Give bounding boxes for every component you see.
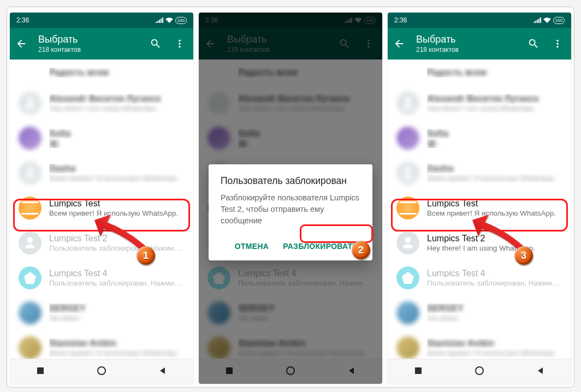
avatar: [396, 301, 419, 324]
list-item[interactable]: Lumpics Test 4Пользователь заблокирован.…: [388, 260, 571, 295]
signal-icon: [533, 17, 541, 23]
avatar: [396, 127, 419, 150]
list-item[interactable]: Alexandr Веситок ЛуганскHey there! I am …: [10, 86, 193, 121]
list-item[interactable]: Sofia🔴: [10, 121, 193, 156]
avatar: [19, 336, 42, 359]
contacts-list[interactable]: Радость всем Alexandr Веситок ЛуганскHey…: [10, 60, 193, 359]
list-item[interactable]: Lumpics Test 4Пользователь заблокирован.…: [10, 260, 193, 295]
avatar: [19, 266, 42, 289]
svg-point-1: [98, 367, 105, 375]
list-item[interactable]: Stanislav AnikinВсем привет! Я использую…: [388, 330, 571, 359]
avatar: [19, 301, 42, 324]
avatar: [19, 197, 42, 219]
list-item[interactable]: Радость всем: [388, 60, 571, 86]
system-nav-bar: [10, 359, 193, 384]
wifi-icon: [543, 17, 551, 23]
list-item[interactable]: DashaВсем привет! Я использую WhatsApp.: [388, 156, 571, 191]
more-button[interactable]: [173, 37, 187, 51]
arrow-left-icon: [393, 38, 405, 50]
status-time: 2:36: [394, 16, 407, 24]
signal-icon: [156, 17, 163, 23]
battery-indicator: 100: [553, 17, 565, 24]
status-right: 100: [533, 17, 565, 24]
dialog-message: Разблокируйте пользователя Lumpics Test …: [221, 192, 360, 227]
unblock-dialog: Пользователь заблокирован Разблокируйте …: [209, 164, 372, 260]
page-subtitle: 218 контактов: [416, 46, 517, 54]
svg-point-5: [476, 367, 483, 375]
list-item[interactable]: DashaВсем привет! Я использую WhatsApp.: [10, 156, 193, 191]
list-item-unblocked-target[interactable]: Lumpics Test 2Hey there! I am using What…: [388, 225, 571, 260]
nav-recents[interactable]: [414, 366, 423, 377]
search-button[interactable]: [149, 37, 163, 51]
search-icon: [150, 38, 162, 50]
status-bar: 2:36 100: [10, 13, 193, 28]
list-item[interactable]: SERGEYНа связи: [10, 295, 193, 330]
status-bar: 2:36 100: [388, 13, 571, 28]
contacts-list[interactable]: Радость всем Alexandr Веситок ЛуганскHey…: [388, 60, 571, 359]
app-bar: Выбрать218 контактов: [388, 28, 571, 60]
page-subtitle: 218 контактов: [38, 46, 139, 54]
back-button[interactable]: [14, 37, 28, 51]
avatar: [396, 162, 419, 185]
avatar: [19, 127, 42, 150]
phone-screen-3: 2:36 100 Выбрать218 контактов Радость вс…: [388, 13, 571, 384]
status-right: 100: [156, 17, 187, 24]
svg-rect-4: [415, 367, 422, 374]
nav-home[interactable]: [475, 366, 484, 378]
battery-indicator: 100: [175, 17, 187, 24]
list-item[interactable]: Sofia🔴: [388, 121, 571, 156]
avatar: [19, 92, 42, 115]
list-item[interactable]: Alexandr Веситок ЛуганскHey there! I am …: [388, 86, 571, 121]
status-time: 2:36: [16, 16, 29, 24]
wifi-icon: [165, 17, 173, 23]
page-title: Выбрать: [416, 34, 517, 45]
tutorial-triptych: 2:36 100 Выбрать 218 контактов: [7, 7, 574, 388]
list-item[interactable]: Радость всем: [10, 60, 193, 86]
list-item[interactable]: Lumpics TestВсем привет! Я использую Wha…: [388, 191, 571, 225]
system-nav-bar: [388, 359, 571, 384]
svg-rect-0: [37, 367, 44, 374]
avatar: [396, 231, 419, 254]
nav-home[interactable]: [97, 366, 106, 378]
arrow-left-icon: [15, 38, 27, 50]
avatar: [396, 197, 419, 219]
list-item[interactable]: Stanislav AnikinВсем привет! Я использую…: [10, 330, 193, 359]
nav-back[interactable]: [536, 366, 545, 377]
search-button[interactable]: [526, 37, 541, 51]
nav-back[interactable]: [158, 366, 167, 377]
list-item[interactable]: Lumpics TestВсем привет! Я использую Wha…: [10, 191, 193, 225]
page-title: Выбрать: [38, 34, 139, 45]
list-item-blocked-target[interactable]: Lumpics Test 2Пользователь заблокирован.…: [10, 225, 193, 260]
more-vert-icon: [174, 38, 186, 50]
nav-recents[interactable]: [36, 366, 45, 377]
more-button[interactable]: [550, 37, 565, 51]
app-bar: Выбрать 218 контактов: [10, 28, 193, 60]
avatar: [19, 231, 42, 254]
dialog-cancel-button[interactable]: ОТМЕНА: [233, 237, 271, 255]
phone-screen-1: 2:36 100 Выбрать 218 контактов: [10, 13, 193, 384]
avatar: [396, 336, 419, 359]
dialog-title: Пользователь заблокирован: [221, 175, 360, 187]
more-vert-icon: [552, 38, 564, 50]
phone-screen-2: 2:36 100 Выбрать218 контактов Радость вс…: [199, 13, 382, 384]
dialog-confirm-button[interactable]: РАЗБЛОКИРОВАТЬ: [281, 237, 360, 255]
avatar: [19, 162, 42, 185]
avatar: [396, 266, 419, 289]
list-item[interactable]: SERGEYНа связи: [388, 295, 571, 330]
avatar: [396, 92, 419, 115]
back-button[interactable]: [392, 37, 406, 51]
search-icon: [527, 38, 540, 50]
